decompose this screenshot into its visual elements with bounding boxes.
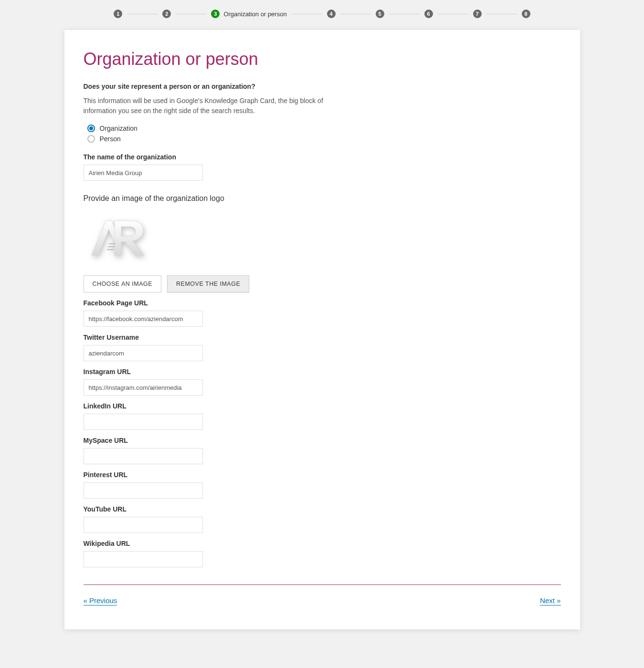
step-circle: 1 xyxy=(114,10,122,18)
youtube-input[interactable] xyxy=(84,517,203,533)
step-connector xyxy=(340,14,371,14)
radio-person-label: Person xyxy=(100,135,121,143)
logo-image xyxy=(87,217,149,260)
step-circle: 5 xyxy=(376,10,384,18)
myspace-label: MySpace URL xyxy=(84,437,561,444)
radio-organization[interactable]: Organization xyxy=(87,125,561,132)
step-label: Organization or person xyxy=(223,10,286,18)
step-6[interactable]: 6 xyxy=(424,10,433,18)
radio-icon xyxy=(87,135,95,143)
step-circle: 8 xyxy=(522,10,530,18)
step-4[interactable]: 4 xyxy=(327,10,336,18)
step-1[interactable]: 1 xyxy=(114,10,122,18)
step-3[interactable]: 3Organization or person xyxy=(211,10,286,18)
previous-link[interactable]: « Previous xyxy=(84,596,117,605)
pinterest-label: Pinterest URL xyxy=(84,471,561,479)
wizard-nav: « Previous Next » xyxy=(84,596,561,605)
logo-preview xyxy=(84,212,151,265)
step-7[interactable]: 7 xyxy=(473,10,482,18)
remove-image-button[interactable]: REMOVE THE IMAGE xyxy=(167,275,249,292)
wizard-card: Organization or person Does your site re… xyxy=(64,30,580,629)
instagram-input[interactable] xyxy=(84,379,203,396)
myspace-input[interactable] xyxy=(84,448,203,464)
linkedin-label: LinkedIn URL xyxy=(84,402,561,410)
step-connector xyxy=(127,14,158,14)
linkedin-input[interactable] xyxy=(84,414,203,430)
logo-instruction: Provide an image of the organization log… xyxy=(84,194,561,203)
step-circle: 4 xyxy=(327,10,336,18)
facebook-label: Facebook Page URL xyxy=(84,299,561,307)
pinterest-input[interactable] xyxy=(84,482,203,499)
step-connector xyxy=(389,14,420,14)
wikipedia-label: Wikipedia URL xyxy=(84,540,561,547)
next-link[interactable]: Next » xyxy=(540,596,560,605)
youtube-label: YouTube URL xyxy=(84,505,561,513)
entity-type-radio-group: Organization Person xyxy=(84,125,561,143)
wizard-stepper: 123Organization or person45678 xyxy=(0,0,644,30)
org-name-input[interactable] xyxy=(84,165,203,181)
wikipedia-input[interactable] xyxy=(84,551,203,567)
logo-button-row: CHOOSE AN IMAGE REMOVE THE IMAGE xyxy=(84,275,561,292)
step-5[interactable]: 5 xyxy=(376,10,384,18)
step-circle: 2 xyxy=(162,10,171,18)
step-connector xyxy=(486,14,517,14)
twitter-label: Twitter Username xyxy=(84,334,561,341)
section-divider xyxy=(84,584,561,585)
step-connector xyxy=(292,14,322,14)
org-name-label: The name of the organization xyxy=(84,153,561,161)
radio-person[interactable]: Person xyxy=(87,135,561,143)
helper-text: This information will be used in Google'… xyxy=(84,96,332,116)
step-2[interactable]: 2 xyxy=(162,10,171,18)
step-connector xyxy=(438,14,468,14)
step-8[interactable]: 8 xyxy=(522,10,530,18)
step-circle: 7 xyxy=(473,10,482,18)
question-label: Does your site represent a person or an … xyxy=(84,83,561,90)
facebook-input[interactable] xyxy=(84,311,203,327)
radio-organization-label: Organization xyxy=(100,125,137,132)
twitter-input[interactable] xyxy=(84,345,203,361)
step-circle: 6 xyxy=(424,10,433,18)
step-connector xyxy=(176,14,206,14)
page-title: Organization or person xyxy=(84,49,561,69)
instagram-label: Instagram URL xyxy=(84,368,561,376)
choose-image-button[interactable]: CHOOSE AN IMAGE xyxy=(84,275,162,292)
step-circle: 3 xyxy=(211,10,220,18)
radio-icon xyxy=(87,125,95,132)
